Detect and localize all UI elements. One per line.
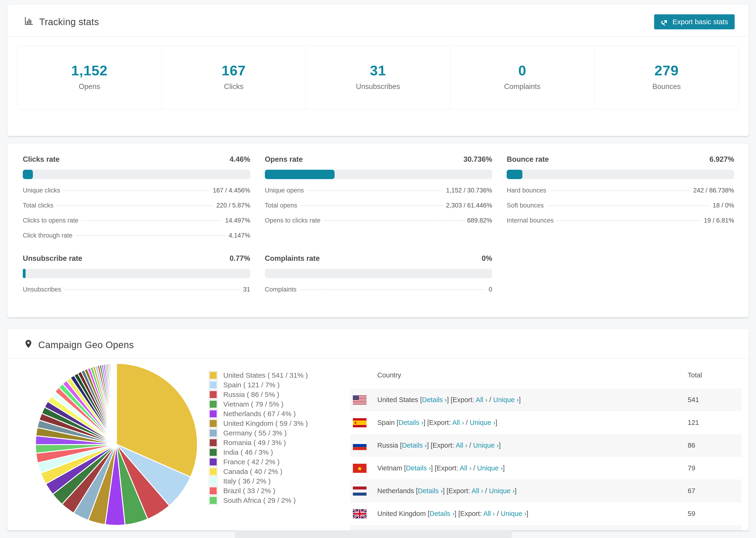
rate-section-unsubscribe-rate: Unsubscribe rate0.77%Unsubscribes31 <box>23 254 250 293</box>
country-cell: Russia [Details ›] [Export: All › / Uniq… <box>377 442 688 449</box>
rate-title: Complaints rate <box>265 254 320 263</box>
rate-detail-row: Unique opens1,152 / 30.736% <box>265 187 492 194</box>
export-unique-link[interactable]: Unique › <box>489 487 514 495</box>
country-name: Spain <box>377 419 397 426</box>
horizontal-scrollbar-thumb[interactable] <box>235 530 512 538</box>
details-link[interactable]: Details › <box>402 442 427 449</box>
details-link[interactable]: Details › <box>422 396 447 404</box>
legend-item: Netherlands ( 67 / 4% ) <box>209 409 343 418</box>
rate-detail-label: Soft bounces <box>507 202 544 209</box>
details-link[interactable]: Details › <box>406 464 431 472</box>
export-all-link[interactable]: All › <box>471 487 483 495</box>
stat-complaints-value: 0 <box>450 62 594 79</box>
rate-title-row: Opens rate30.736% <box>265 155 492 164</box>
export-basic-stats-label: Export basic stats <box>673 18 728 26</box>
legend-label: Russia ( 86 / 5% ) <box>223 391 279 399</box>
country-cell: Spain [Details ›] [Export: All › / Uniqu… <box>377 419 688 426</box>
rate-progress-track <box>507 170 734 179</box>
table-row: Netherlands [Details ›] [Export: All › /… <box>350 480 742 502</box>
export-all-link[interactable]: All › <box>452 419 464 426</box>
legend-label: South Africa ( 29 / 2% ) <box>223 497 296 505</box>
export-all-link[interactable]: All › <box>460 464 471 472</box>
legend-item: Italy ( 36 / 2% ) <box>209 476 343 486</box>
total-value: 67 <box>688 487 742 495</box>
stat-complaints-label: Complaints <box>450 82 594 91</box>
legend-label: Vietnam ( 79 / 5% ) <box>223 400 283 408</box>
rate-section-complaints-rate: Complaints rate0%Complaints0 <box>265 254 492 293</box>
legend-swatch <box>209 477 218 486</box>
rate-detail-label: Opens to clicks rate <box>265 217 320 224</box>
rate-detail-label: Total opens <box>265 202 297 209</box>
export-unique-link[interactable]: Unique › <box>473 442 499 449</box>
table-row: United Kingdom [Details ›] [Export: All … <box>350 502 742 525</box>
export-all-link[interactable]: All › <box>483 510 495 517</box>
separator: / <box>487 396 493 404</box>
export-unique-link[interactable]: Unique › <box>493 396 519 404</box>
rate-value: 0.77% <box>230 254 250 263</box>
export-unique-link[interactable]: Unique › <box>477 464 503 472</box>
legend-swatch <box>209 390 218 399</box>
stat-clicks-label: Clicks <box>162 82 306 91</box>
details-link[interactable]: Details › <box>429 510 454 517</box>
bracket: ] [Export: <box>447 396 476 404</box>
geo-table: Country Total United States [Details ›] … <box>350 361 742 530</box>
rate-detail-value: 220 / 5.87% <box>216 202 250 209</box>
legend-swatch <box>209 496 218 505</box>
rate-title-row: Unsubscribe rate0.77% <box>23 254 250 263</box>
export-unique-link[interactable]: Unique › <box>501 510 526 517</box>
legend-item: Germany ( 55 / 3% ) <box>209 428 343 438</box>
rate-detail-value: 1,152 / 30.736% <box>446 187 492 194</box>
legend-swatch <box>209 457 218 466</box>
rate-title-row: Complaints rate0% <box>265 254 492 263</box>
tracking-stats-header: Tracking stats Export basic stats <box>7 4 749 37</box>
stat-opens-label: Opens <box>17 82 162 91</box>
rate-detail-row: Complaints0 <box>265 286 492 293</box>
details-link[interactable]: Details › <box>399 419 423 426</box>
rate-section-opens-rate: Opens rate30.736%Unique opens1,152 / 30.… <box>265 155 492 239</box>
rate-detail-row: Total clicks220 / 5.87% <box>23 202 250 209</box>
legend-label: Canada ( 40 / 2% ) <box>223 467 283 476</box>
legend-label: Spain ( 121 / 7% ) <box>223 381 280 389</box>
separator: / <box>467 442 473 449</box>
legend-swatch <box>209 438 218 447</box>
legend-label: Romania ( 49 / 3% ) <box>223 439 286 447</box>
dotted-leader <box>557 220 701 221</box>
separator: / <box>464 419 469 426</box>
rate-detail-label: Complaints <box>265 286 297 293</box>
legend-item: Russia ( 86 / 5% ) <box>209 390 343 399</box>
rate-title: Bounce rate <box>507 155 549 164</box>
export-unique-link[interactable]: Unique › <box>469 419 495 426</box>
legend-swatch <box>209 467 218 476</box>
rate-progress-track <box>23 170 250 179</box>
legend-swatch <box>209 381 218 389</box>
legend-item: South Africa ( 29 / 2% ) <box>209 496 343 505</box>
legend-item: Canada ( 40 / 2% ) <box>209 467 343 476</box>
legend-item: India ( 46 / 3% ) <box>209 447 343 457</box>
legend-item: Romania ( 49 / 3% ) <box>209 438 343 447</box>
stat-opens-value: 1,152 <box>17 62 162 79</box>
pie-slice-other[interactable] <box>116 363 117 444</box>
total-value: 79 <box>688 464 742 472</box>
stat-unsubscribes-label: Unsubscribes <box>306 82 450 91</box>
export-all-link[interactable]: All › <box>476 396 487 404</box>
country-cell: Netherlands [Details ›] [Export: All › /… <box>377 487 688 495</box>
rate-detail-row: Clicks to opens rate14.497% <box>23 217 250 224</box>
export-basic-stats-button[interactable]: Export basic stats <box>654 14 735 29</box>
rate-detail-value: 19 / 6.81% <box>704 217 734 224</box>
table-row: United States [Details ›] [Export: All ›… <box>350 389 742 411</box>
rates-grid: Clicks rate4.46%Unique clicks167 / 4.456… <box>7 143 749 293</box>
table-row: Russia [Details ›] [Export: All › / Uniq… <box>350 434 742 457</box>
legend-item: Brazil ( 33 / 2% ) <box>209 486 343 496</box>
legend-swatch <box>209 419 218 428</box>
campaign-stats-page: { "theme":{ "accent":"#0E87A1","link":"#… <box>0 0 756 538</box>
details-link[interactable]: Details › <box>418 487 443 495</box>
export-all-link[interactable]: All › <box>456 442 467 449</box>
country-name: Vietnam <box>377 464 404 472</box>
dotted-leader <box>57 205 213 206</box>
dotted-leader <box>65 290 240 290</box>
geo-title: Campaign Geo Opens <box>24 339 134 351</box>
bracket: [ <box>404 464 406 472</box>
rate-detail-rows: Hard bounces242 / 86.738%Soft bounces18 … <box>507 187 734 224</box>
rate-progress-fill <box>23 170 33 179</box>
country-name: United States <box>377 396 420 404</box>
